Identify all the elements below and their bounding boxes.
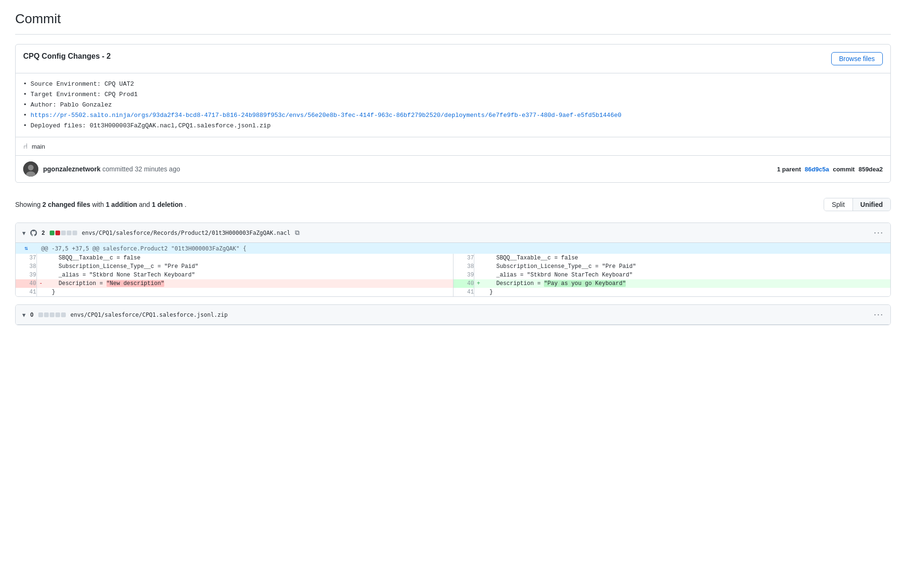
left-content-37: SBQQ__Taxable__c = false xyxy=(45,254,453,262)
commit-line-3: • Author: Pablo Gonzalez xyxy=(23,100,883,110)
diff-line-37: 37 SBQQ__Taxable__c = false 37 SBQQ__Tax… xyxy=(16,254,890,262)
left-line-num-39: 39 xyxy=(16,271,36,279)
right-line-num-40: 40 xyxy=(453,279,474,288)
diff-line-41: 41 } 41 } xyxy=(16,288,890,296)
collapse-button-2[interactable]: ▾ xyxy=(22,311,26,319)
branch-icon: ⑁ xyxy=(23,142,28,151)
file-diff-header-left: ▾ 2 envs/CPQ1/salesforce/Records/Product… xyxy=(22,229,300,237)
browse-files-button[interactable]: Browse files xyxy=(831,52,883,65)
commit-line-2: • Target Environment: CPQ Prod1 xyxy=(23,89,883,100)
right-content-39: _alias = "Stkbrd None StarTech Keyboard" xyxy=(483,271,890,279)
file-path: envs/CPQ1/salesforce/Records/Product2/01… xyxy=(82,230,291,236)
author-row: pgonzaleznetwork committed 32 minutes ag… xyxy=(16,155,890,182)
collapse-button[interactable]: ▾ xyxy=(22,229,26,237)
left-content-40: Description = "New description" xyxy=(45,279,453,288)
diff-line-39: 39 _alias = "Stkbrd None StarTech Keyboa… xyxy=(16,271,890,279)
diff-view-toggle: Split Unified xyxy=(824,198,891,211)
showing-label: Showing xyxy=(15,201,43,208)
diff-stat-icon xyxy=(30,230,37,236)
period: . xyxy=(185,201,187,208)
diff-block-gray-2 xyxy=(67,231,71,235)
commit-line-1: • Source Environment: CPQ UAT2 xyxy=(23,79,883,89)
right-line-num-38: 38 xyxy=(453,262,474,271)
left-content-38: Subscription_License_Type__c = "Pre Paid… xyxy=(45,262,453,271)
diff-block-green xyxy=(50,231,54,235)
deployment-link[interactable]: https://pr-5502.salto.ninja/orgs/93da2f3… xyxy=(31,112,622,119)
copy-path-button[interactable]: ⧉ xyxy=(295,229,300,237)
right-content-37: SBQQ__Taxable__c = false xyxy=(483,254,890,262)
diff-block-gray-1 xyxy=(61,231,66,235)
diff-color-blocks xyxy=(50,231,77,235)
left-line-num-41: 41 xyxy=(16,288,36,296)
more-options-button[interactable]: ··· xyxy=(874,228,884,238)
diff-line-38: 38 Subscription_License_Type__c = "Pre P… xyxy=(16,262,890,271)
commit-header: CPQ Config Changes - 2 Browse files xyxy=(16,45,890,73)
file-diff-2-header-left: ▾ 0 envs/CPQ1/salesforce/CPQ1.salesforce… xyxy=(22,311,228,319)
diff-block2-gray-5 xyxy=(61,312,66,317)
hunk-header-row: ⇅ @@ -37,5 +37,5 @@ salesforce.Product2 … xyxy=(16,243,890,254)
commit-box: CPQ Config Changes - 2 Browse files • So… xyxy=(15,44,891,183)
diff-stats-text: Showing 2 changed files with 1 addition … xyxy=(15,201,187,208)
diff-block-red xyxy=(55,231,60,235)
parent-label: 1 parent xyxy=(777,166,801,173)
author-info: pgonzaleznetwork committed 32 minutes ag… xyxy=(43,165,180,173)
file-diff-2-header: ▾ 0 envs/CPQ1/salesforce/CPQ1.salesforce… xyxy=(16,305,890,325)
author-name[interactable]: pgonzaleznetwork xyxy=(43,165,100,173)
left-sign-40: - xyxy=(36,279,45,288)
right-line-num-39: 39 xyxy=(453,271,474,279)
left-sign-39 xyxy=(36,271,45,279)
author-action: committed 32 minutes ago xyxy=(102,165,180,173)
with-label: with xyxy=(92,201,106,208)
diff-color-blocks-2 xyxy=(38,312,66,317)
left-sign-41 xyxy=(36,288,45,296)
avatar xyxy=(23,161,38,177)
hunk-expand-icon[interactable]: ⇅ xyxy=(16,243,36,254)
file-diff-header: ▾ 2 envs/CPQ1/salesforce/Records/Product… xyxy=(16,223,890,243)
commit-hash[interactable]: 859dea2 xyxy=(859,166,883,173)
left-line-num-37: 37 xyxy=(16,254,36,262)
parent-hash[interactable]: 86d9c5a xyxy=(805,166,829,173)
right-sign-41 xyxy=(474,288,483,296)
hunk-header-text: @@ -37,5 +37,5 @@ salesforce.Product2 "0… xyxy=(36,243,890,254)
page-divider xyxy=(15,34,891,35)
commit-line-5: • Deployed files: 01t3H000003FaZgQAK.nac… xyxy=(23,121,883,131)
file-diff-2: ▾ 0 envs/CPQ1/salesforce/CPQ1.salesforce… xyxy=(15,304,891,325)
branch-row: ⑁ main xyxy=(16,137,890,155)
page-title: Commit xyxy=(15,11,891,27)
deletions-count: 1 deletion xyxy=(152,201,183,208)
right-content-38: Subscription_License_Type__c = "Pre Paid… xyxy=(483,262,890,271)
branch-name: main xyxy=(32,143,45,150)
diff-split-table: ⇅ @@ -37,5 +37,5 @@ salesforce.Product2 … xyxy=(16,243,890,296)
author-left: pgonzaleznetwork committed 32 minutes ag… xyxy=(23,161,180,177)
additions-count: 1 addition xyxy=(106,201,137,208)
left-line-num-38: 38 xyxy=(16,262,36,271)
diff-block2-gray-1 xyxy=(38,312,43,317)
left-content-39: _alias = "Stkbrd None StarTech Keyboard" xyxy=(45,271,453,279)
and-label: and xyxy=(139,201,151,208)
left-sign-37 xyxy=(36,254,45,262)
file-diff-1: ▾ 2 envs/CPQ1/salesforce/Records/Product… xyxy=(15,223,891,297)
unified-view-button[interactable]: Unified xyxy=(853,198,890,211)
changed-files-count: 2 changed files xyxy=(43,201,90,208)
left-sign-38 xyxy=(36,262,45,271)
diff-stat-number: 2 xyxy=(42,230,45,236)
avatar-image xyxy=(23,161,38,177)
more-options-button-2[interactable]: ··· xyxy=(874,310,884,320)
right-sign-37 xyxy=(474,254,483,262)
file-diff-2-stat: 0 xyxy=(30,312,34,318)
diff-line-40: 40 - Description = "New description" 40 … xyxy=(16,279,890,288)
commit-body: • Source Environment: CPQ UAT2 • Target … xyxy=(16,73,890,137)
right-content-40: Description = "Pay as you go Keyboard" xyxy=(483,279,890,288)
commit-meta: 1 parent 86d9c5a commit 859dea2 xyxy=(777,166,883,173)
commit-label: commit xyxy=(833,166,854,173)
left-line-num-40: 40 xyxy=(16,279,36,288)
split-view-button[interactable]: Split xyxy=(824,198,852,211)
commit-line-4: • https://pr-5502.salto.ninja/orgs/93da2… xyxy=(23,110,883,121)
diff-block2-gray-3 xyxy=(50,312,54,317)
svg-point-1 xyxy=(28,165,34,170)
right-sign-39 xyxy=(474,271,483,279)
commit-title: CPQ Config Changes - 2 xyxy=(23,52,111,61)
diff-stats-bar: Showing 2 changed files with 1 addition … xyxy=(15,192,891,217)
right-line-num-41: 41 xyxy=(453,288,474,296)
diff-block2-gray-2 xyxy=(44,312,49,317)
